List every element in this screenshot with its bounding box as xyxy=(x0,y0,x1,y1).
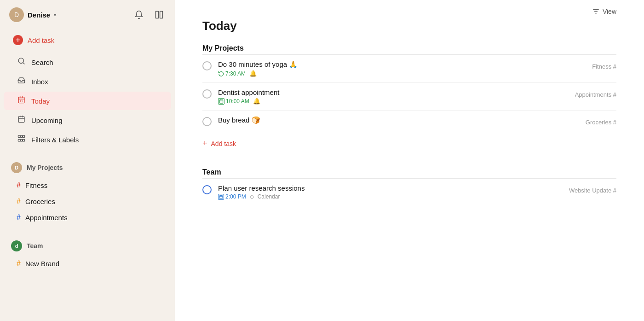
sidebar-item-label: Upcoming xyxy=(31,117,63,124)
add-task-inline-label: Add task xyxy=(211,140,236,147)
team-section: d Team # New Brand xyxy=(0,235,175,274)
layout-button[interactable] xyxy=(153,8,166,21)
svg-rect-26 xyxy=(219,195,223,198)
diamond-icon: ◇ xyxy=(250,193,254,200)
avatar: D xyxy=(9,7,24,22)
alarm-icon: 🔔 xyxy=(249,70,257,77)
task-project-label: Website Update # xyxy=(569,184,616,194)
task-time: 2:00 PM xyxy=(218,193,246,200)
task-project-label: Fitness # xyxy=(592,60,616,70)
notifications-button[interactable] xyxy=(132,8,145,21)
task-meta: 2:00 PM ◇ Calendar xyxy=(218,193,564,200)
today-icon: 21 xyxy=(17,96,26,106)
task-meta: 10:00 AM 🔔 xyxy=(218,98,569,105)
hash-icon-yellow: # xyxy=(17,197,21,205)
team-avatar: d xyxy=(11,240,22,251)
task-row: Plan user research sessions 2:00 PM ◇ Ca… xyxy=(202,179,616,205)
task-content: Buy bread 🍞 xyxy=(218,116,580,126)
svg-rect-22 xyxy=(219,99,223,103)
view-button[interactable]: View xyxy=(592,7,616,15)
sidebar-item-label: Today xyxy=(31,97,50,105)
header-icons xyxy=(132,8,166,21)
team-label: Team xyxy=(27,242,43,250)
svg-rect-15 xyxy=(23,135,24,137)
user-menu[interactable]: D Denise ▾ xyxy=(9,7,56,22)
team-section-title: Team xyxy=(202,168,616,176)
search-icon xyxy=(17,57,26,67)
my-projects-tasks-section: My Projects Do 30 minutes of yoga 🙏 7:30… xyxy=(202,44,616,155)
add-task-inline[interactable]: + Add task xyxy=(202,132,616,155)
sidebar-item-upcoming[interactable]: Upcoming xyxy=(4,111,171,129)
hash-icon-red: # xyxy=(17,181,21,189)
sidebar-item-label: Search xyxy=(31,58,53,66)
chevron-down-icon: ▾ xyxy=(54,12,56,18)
svg-rect-14 xyxy=(20,135,22,137)
hash-icon-blue: # xyxy=(17,213,21,222)
task-time: 10:00 AM xyxy=(218,98,249,105)
sidebar-header: D Denise ▾ xyxy=(0,0,175,26)
hash-icon-yellow: # xyxy=(17,259,21,268)
sidebar: D Denise ▾ + Add task xyxy=(0,0,175,321)
task-checkbox[interactable] xyxy=(202,61,212,70)
view-label: View xyxy=(603,8,616,15)
task-row: Buy bread 🍞 Groceries # xyxy=(202,111,616,132)
task-row: Dentist appointment 10:00 AM 🔔 xyxy=(202,83,616,111)
inbox-icon xyxy=(17,76,26,87)
task-content: Plan user research sessions 2:00 PM ◇ Ca… xyxy=(218,184,564,200)
alarm-icon: 🔔 xyxy=(253,98,260,105)
project-name: Fitness xyxy=(25,181,47,189)
task-name: Do 30 minutes of yoga 🙏 xyxy=(218,60,586,69)
sidebar-item-appointments[interactable]: # Appointments xyxy=(4,210,171,225)
plus-icon: + xyxy=(202,139,207,148)
add-task-icon: + xyxy=(13,35,23,45)
sidebar-item-search[interactable]: Search xyxy=(4,53,171,71)
project-name: Groceries xyxy=(25,198,55,205)
add-task-label: Add task xyxy=(28,36,54,44)
task-name: Plan user research sessions xyxy=(218,184,564,192)
main-content: View Today My Projects Do 30 minutes of … xyxy=(175,0,644,321)
task-content: Dentist appointment 10:00 AM 🔔 xyxy=(218,88,569,105)
task-name: Dentist appointment xyxy=(218,88,569,96)
task-project-label: Groceries # xyxy=(586,116,616,126)
task-name: Buy bread 🍞 xyxy=(218,116,580,124)
task-row: Do 30 minutes of yoga 🙏 7:30 AM 🔔 Fitn xyxy=(202,55,616,83)
svg-line-3 xyxy=(23,63,24,64)
my-projects-header[interactable]: D My Projects xyxy=(0,158,175,177)
task-content: Do 30 minutes of yoga 🙏 7:30 AM 🔔 xyxy=(218,60,586,77)
my-projects-section-title: My Projects xyxy=(202,44,616,53)
sidebar-item-groceries[interactable]: # Groceries xyxy=(4,193,171,209)
project-name: Appointments xyxy=(25,214,68,222)
task-checkbox[interactable] xyxy=(202,185,212,194)
sidebar-item-new-brand[interactable]: # New Brand xyxy=(4,256,171,271)
add-task-button[interactable]: + Add task xyxy=(7,31,167,49)
team-tasks-section: Team Plan user research sessions 2:00 xyxy=(202,168,616,205)
my-projects-avatar: D xyxy=(11,162,22,173)
bell-icon xyxy=(134,10,144,19)
svg-rect-9 xyxy=(18,117,24,123)
sidebar-item-inbox[interactable]: Inbox xyxy=(4,72,171,91)
recurring-icon xyxy=(218,70,224,76)
layout-icon xyxy=(155,10,164,19)
my-projects-section: D My Projects # Fitness # Groceries # Ap… xyxy=(0,157,175,228)
main-toolbar: View xyxy=(202,0,616,19)
my-projects-label: My Projects xyxy=(27,164,63,171)
task-meta: 7:30 AM 🔔 xyxy=(218,70,586,77)
user-name: Denise xyxy=(28,11,50,19)
svg-rect-17 xyxy=(20,140,22,141)
sidebar-item-label: Inbox xyxy=(31,78,48,86)
task-checkbox[interactable] xyxy=(202,117,212,126)
sidebar-item-fitness[interactable]: # Fitness xyxy=(4,177,171,193)
svg-rect-0 xyxy=(156,12,159,18)
calendar-icon xyxy=(218,98,224,105)
calendar-label: Calendar xyxy=(258,193,280,200)
task-checkbox[interactable] xyxy=(202,89,212,99)
team-header[interactable]: d Team xyxy=(0,237,175,255)
task-project-label: Appointments # xyxy=(575,88,616,98)
svg-rect-18 xyxy=(23,140,24,141)
svg-rect-13 xyxy=(18,135,20,137)
sidebar-item-today[interactable]: 21 Today xyxy=(4,92,171,110)
svg-rect-1 xyxy=(160,12,163,18)
sidebar-item-label: Filters & Labels xyxy=(31,136,79,144)
filter-icon xyxy=(592,7,600,15)
sidebar-item-filters[interactable]: Filters & Labels xyxy=(4,130,171,149)
